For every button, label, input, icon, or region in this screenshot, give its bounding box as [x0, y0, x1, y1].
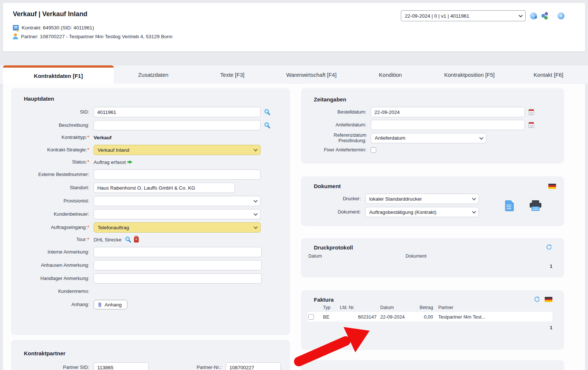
tab-kondition[interactable]: Kondition — [351, 65, 430, 84]
externe-bestellnummer-row: Externe Bestellnummer: — [24, 169, 290, 180]
lookup-icon[interactable] — [530, 12, 537, 19]
calendar-icon[interactable] — [529, 109, 534, 115]
zeitangaben-heading: Zeitangaben — [314, 96, 564, 103]
auftragseingang-row: Auftragseingang:* Telefonauftrag — [24, 222, 290, 233]
beschreibung-input[interactable] — [94, 120, 261, 130]
chevron-down-icon — [254, 198, 258, 202]
anhang-button[interactable]: Anhang — [94, 300, 127, 309]
beschreibung-row: Beschreibung: — [24, 120, 290, 130]
faktura-row-checkbox[interactable] — [308, 314, 314, 320]
refresh-icon[interactable] — [546, 244, 552, 251]
status-label: Status:* — [24, 159, 94, 165]
calendar-icon[interactable] — [529, 122, 534, 128]
version-toolbar: 22-09-2024 | 0 | v1 | 4011961 — [401, 10, 565, 21]
paperclip-icon — [98, 302, 102, 307]
required-marker: * — [87, 159, 89, 165]
dokument-value: Auftragsbestätigung (Kontrakt) — [369, 209, 472, 215]
druckprotokoll-header-row: Datum Dokument — [308, 254, 552, 259]
anhausen-anmerkung-label: Anhausen Anmerkung: — [24, 263, 94, 268]
dokument-label: Dokument: — [314, 209, 365, 215]
red-arrow-annotation — [291, 323, 379, 369]
version-select[interactable]: 22-09-2024 | 0 | v1 | 4011961 — [401, 10, 526, 21]
search-icon[interactable] — [264, 109, 271, 115]
drucker-row: Drucker: lokaler Standarddrucker — [314, 194, 556, 204]
version-select-value: 22-09-2024 | 0 | v1 | 4011961 — [405, 13, 519, 19]
required-marker: * — [87, 224, 89, 230]
drucker-select[interactable]: lokaler Standarddrucker — [365, 194, 479, 204]
kundenbetreuer-select[interactable] — [94, 209, 261, 219]
partner-line: Partner: 108700227 - Testpartner f4m Tes… — [13, 33, 173, 39]
kundenbetreuer-row: Kundenbetreuer: — [24, 209, 290, 219]
chevron-down-icon — [472, 209, 476, 213]
sid-input[interactable] — [94, 107, 261, 117]
chevron-down-icon — [254, 212, 258, 216]
drucker-value: lokaler Standarddrucker — [369, 196, 472, 202]
fixer-anliefertermin-label: Fixer Anliefertermin: — [314, 147, 371, 153]
partner-sid-row: Partner SID: Partner-Nr.: — [24, 362, 290, 370]
cell-betrag: 0,00 — [416, 314, 433, 320]
sid-label: SID: — [24, 109, 94, 115]
workflow-icon[interactable] — [541, 12, 549, 19]
column-datum: Datum — [308, 254, 406, 259]
auftragseingang-select[interactable]: Telefonauftrag — [94, 222, 261, 233]
strategie-value: Verkauf Inland — [98, 147, 254, 153]
anlieferdatum-input[interactable] — [371, 120, 525, 130]
contract-meta: Kontrakt: 649530 (SID: 4011961) Partner:… — [13, 25, 173, 42]
bestelldatum-input[interactable] — [371, 107, 525, 117]
provisionist-row: Provisionist: — [24, 196, 290, 206]
contract-label: Kontrakt: 649530 (SID: 4011961) — [22, 25, 94, 30]
bestelldatum-label: Bestelldatum: — [314, 109, 371, 115]
kontraktpartner-panel: Kontraktpartner Partner SID: Partner-Nr.… — [11, 340, 290, 370]
auftragseingang-value: Telefonauftrag — [98, 225, 254, 230]
tab-kontraktdaten[interactable]: Kontraktdaten [F1] — [3, 65, 114, 84]
interne-anmerkung-row: Interne Anmerkung: — [24, 247, 290, 257]
anhausen-anmerkung-input[interactable] — [94, 260, 262, 270]
faktura-header-row: Typ Lfd. Nr. Datum Betrag Partner — [308, 305, 552, 310]
partner-sid-input[interactable] — [94, 362, 149, 370]
printer-icon[interactable] — [530, 200, 541, 211]
search-icon[interactable] — [125, 236, 131, 243]
bestelldatum-row: Bestelldatum: — [314, 107, 564, 117]
dokument-heading: Dokument — [314, 183, 548, 189]
tab-warenwirtschaft[interactable]: Warenwirtschaft [F4] — [272, 65, 351, 84]
column-dokument: Dokument — [406, 254, 552, 259]
interne-anmerkung-input[interactable] — [94, 247, 262, 257]
anlieferdatum-label: Anlieferdatum: — [314, 122, 371, 128]
tab-kontraktposition[interactable]: Kontraktposition [F5] — [430, 65, 509, 84]
cell-partner: Testpartner f4m Test... — [438, 314, 552, 320]
help-sphere-icon[interactable] — [558, 12, 565, 19]
standort-input[interactable] — [94, 183, 235, 193]
externe-bestellnummer-input[interactable] — [94, 169, 261, 180]
anhausen-anmerkung-row: Anhausen Anmerkung: — [24, 260, 290, 270]
dokument-select[interactable]: Auftragsbestätigung (Kontrakt) — [365, 207, 479, 217]
druckprotokoll-count: 1 — [308, 264, 552, 269]
interne-anmerkung-label: Interne Anmerkung: — [24, 249, 94, 255]
partner-nr-label: Partner-Nr.: — [149, 365, 226, 370]
partner-sid-label: Partner SID: — [24, 365, 94, 370]
strategie-select[interactable]: Verkauf Inland — [94, 145, 261, 155]
tab-kontakt[interactable]: Kontakt [F6] — [509, 65, 588, 84]
partner-icon — [13, 33, 18, 39]
provisionist-select[interactable] — [94, 196, 261, 206]
handlager-anmerkung-input[interactable] — [94, 273, 262, 284]
delete-icon[interactable] — [134, 237, 139, 243]
refresh-icon[interactable] — [534, 296, 540, 303]
zeitangaben-panel: Zeitangaben Bestelldatum: Anlieferdatum:… — [301, 88, 564, 164]
referenzdatum-select[interactable]: Anlieferdatum — [371, 133, 486, 143]
tab-zusatzdaten[interactable]: Zusatzdaten — [114, 65, 193, 84]
arrow-right-icon[interactable] — [129, 160, 133, 164]
sid-row: SID: — [24, 107, 290, 117]
handlager-anmerkung-row: Handlager Anmerkung: — [24, 273, 290, 284]
german-flag-icon[interactable] — [548, 184, 556, 189]
tab-texte[interactable]: Texte [F3] — [193, 65, 272, 84]
page-title: Verkauf | Verkauf Inland — [13, 10, 87, 18]
fixer-anliefertermin-checkbox[interactable] — [371, 147, 376, 153]
column-typ: Typ — [323, 305, 340, 310]
search-icon[interactable] — [264, 122, 271, 129]
partner-nr-input[interactable] — [226, 362, 281, 370]
german-flag-icon[interactable] — [545, 297, 552, 302]
referenzdatum-value: Anlieferdatum — [375, 135, 479, 141]
document-icon[interactable] — [505, 200, 514, 211]
app-window: Verkauf | Verkauf Inland 22-09-2024 | 0 … — [0, 0, 588, 370]
faktura-row[interactable]: BE 6023147 22-09-2024 0,00 Testpartner f… — [308, 312, 552, 321]
